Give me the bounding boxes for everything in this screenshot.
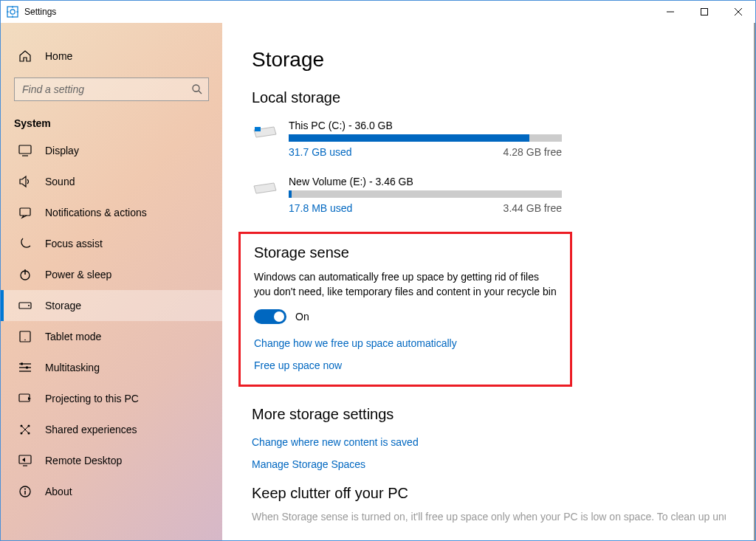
home-icon (18, 49, 32, 63)
search-icon (191, 83, 203, 95)
storage-sense-toggle[interactable] (254, 309, 286, 324)
sidebar-item-sound[interactable]: Sound (1, 166, 222, 197)
notifications-icon (18, 206, 32, 219)
drive-e-free: 3.44 GB free (504, 202, 562, 214)
sidebar-item-label: About (45, 486, 72, 497)
svg-rect-14 (20, 208, 30, 216)
drive-c[interactable]: This PC (C:) - 36.0 GB 31.7 GB used 4.28… (252, 120, 562, 158)
remote-icon (18, 454, 32, 467)
sidebar-item-label: Sound (45, 176, 75, 187)
svg-point-20 (24, 340, 26, 341)
storage-sense-heading: Storage sense (254, 244, 557, 261)
focus-icon (18, 237, 32, 250)
svg-rect-0 (7, 7, 18, 17)
drive-e-used[interactable]: 17.8 MB used (289, 202, 352, 214)
sound-icon (18, 175, 32, 188)
shared-icon (18, 423, 32, 436)
svg-rect-12 (19, 145, 31, 154)
storage-sense-highlight: Storage sense Windows can automatically … (238, 232, 572, 387)
more-settings-heading: More storage settings (252, 406, 726, 423)
keep-clutter-heading: Keep clutter off your PC (252, 485, 726, 502)
drive-e[interactable]: New Volume (E:) - 3.46 GB 17.8 MB used 3… (252, 176, 562, 214)
svg-rect-26 (19, 394, 30, 402)
search-wrap (14, 77, 209, 101)
sidebar: Home System Display Sound Notifications … (1, 23, 222, 540)
local-storage-heading: Local storage (252, 89, 726, 106)
titlebar: Settings (1, 1, 755, 23)
sidebar-item-label: Tablet mode (45, 331, 101, 342)
link-change-save-location[interactable]: Change where new content is saved (252, 436, 419, 448)
drive-c-name: This PC (C:) - 36.0 GB (289, 120, 562, 131)
multitask-icon (18, 361, 32, 374)
link-change-freeup[interactable]: Change how we free up space automaticall… (254, 337, 457, 349)
sidebar-item-label: Projecting to this PC (45, 393, 139, 404)
sidebar-item-label: Display (45, 145, 79, 156)
drive-c-free: 4.28 GB free (504, 146, 562, 158)
projecting-icon (18, 392, 32, 405)
svg-rect-25 (26, 367, 28, 369)
sidebar-section-system: System (1, 111, 222, 135)
sidebar-item-storage[interactable]: Storage (1, 290, 222, 321)
link-manage-storage-spaces[interactable]: Manage Storage Spaces (252, 458, 365, 470)
sidebar-item-shared[interactable]: Shared experiences (1, 414, 222, 445)
sidebar-item-label: Power & sleep (45, 269, 111, 280)
drive-e-icon (252, 179, 278, 199)
sidebar-item-notifications[interactable]: Notifications & actions (1, 197, 222, 228)
svg-point-10 (193, 85, 199, 92)
sidebar-item-label: Remote Desktop (45, 455, 122, 466)
scrollbar[interactable] (754, 23, 755, 540)
drive-c-used[interactable]: 31.7 GB used (289, 146, 352, 158)
home-label: Home (45, 50, 72, 62)
app-icon (7, 6, 18, 18)
sidebar-item-about[interactable]: About (1, 476, 222, 507)
storage-icon (18, 299, 32, 312)
sidebar-item-label: Multitasking (45, 362, 100, 373)
svg-rect-24 (21, 363, 23, 365)
sidebar-item-projecting[interactable]: Projecting to this PC (1, 383, 222, 414)
sidebar-item-remote[interactable]: Remote Desktop (1, 445, 222, 476)
power-icon (18, 268, 32, 281)
storage-sense-toggle-label: On (295, 311, 309, 323)
close-button[interactable] (721, 1, 755, 23)
search-input[interactable] (14, 77, 209, 101)
about-icon (18, 485, 32, 498)
sidebar-item-label: Notifications & actions (45, 207, 147, 218)
svg-point-18 (28, 305, 30, 306)
svg-rect-7 (701, 9, 708, 15)
display-icon (18, 144, 32, 157)
page-title: Storage (252, 48, 726, 72)
sidebar-item-tablet[interactable]: Tablet mode (1, 321, 222, 352)
sidebar-item-label: Focus assist (45, 238, 103, 249)
sidebar-item-label: Storage (45, 300, 81, 311)
storage-sense-desc: Windows can automatically free up space … (254, 270, 557, 299)
link-free-up-now[interactable]: Free up space now (254, 359, 342, 371)
tablet-icon (18, 330, 32, 343)
drive-c-icon (252, 123, 278, 143)
sidebar-item-display[interactable]: Display (1, 135, 222, 166)
svg-point-36 (24, 489, 26, 490)
sidebar-item-label: Shared experiences (45, 424, 137, 435)
sidebar-item-power[interactable]: Power & sleep (1, 259, 222, 290)
svg-line-11 (199, 91, 202, 94)
maximize-button[interactable] (687, 1, 721, 23)
window-title: Settings (24, 7, 56, 17)
home-nav[interactable]: Home (1, 41, 222, 72)
drive-e-progress (289, 190, 562, 198)
keep-clutter-desc: When Storage sense is turned on, it'll f… (252, 511, 726, 523)
drive-c-progress (289, 134, 562, 142)
sidebar-item-multitasking[interactable]: Multitasking (1, 352, 222, 383)
sidebar-item-focus[interactable]: Focus assist (1, 228, 222, 259)
content-pane: Storage Local storage This PC (C:) - 36.… (222, 23, 755, 540)
svg-rect-38 (255, 127, 261, 131)
svg-point-1 (10, 10, 15, 14)
minimize-button[interactable] (653, 1, 687, 23)
drive-e-name: New Volume (E:) - 3.46 GB (289, 176, 562, 187)
